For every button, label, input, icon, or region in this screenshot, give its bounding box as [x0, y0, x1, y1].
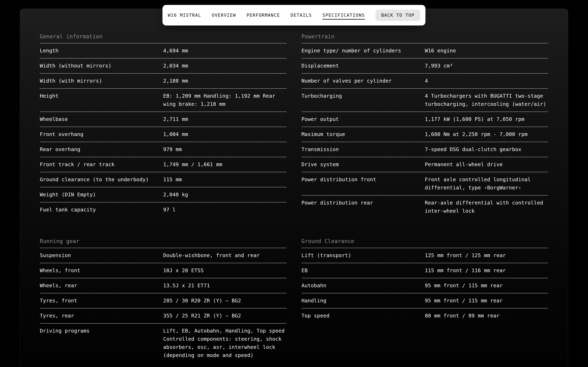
spec-row: Front track / rear track1,749 mm / 1,661… — [40, 157, 287, 172]
spec-label: Tyres, front — [40, 297, 163, 305]
spec-value: 355 / 25 R21 ZR (Y) – BG2 — [163, 312, 286, 320]
spec-row: Turbocharging4 Turbochargers with BUGATT… — [302, 88, 548, 111]
spec-row: Ground clearance (to the underbody)115 m… — [40, 172, 287, 187]
back-to-top-button[interactable]: BACK TO TOP — [375, 9, 420, 21]
spec-value: 1,600 Nm at 2,250 rpm - 7,000 rpm — [425, 130, 548, 138]
spec-label: Wheels, front — [40, 267, 163, 275]
section-title: Running gear — [40, 238, 287, 245]
spec-value: Front axle controlled longitudinal diffe… — [425, 175, 548, 192]
spec-label: Suspension — [40, 251, 163, 259]
spec-row: Fuel tank capacity97 l — [40, 202, 287, 217]
spec-row: Autobahn95 mm front / 115 mm rear — [302, 278, 548, 293]
nav-link-specifications[interactable]: SPECIFICATIONS — [322, 13, 365, 18]
spec-row: Top speed80 mm front / 89 mm rear — [302, 308, 548, 323]
spec-label: Wheelbase — [40, 115, 163, 123]
spec-label: Front track / rear track — [40, 160, 163, 169]
spec-row: Weight (DIN Empty)2,040 kg — [40, 187, 287, 202]
spec-value: 95 mm front / 115 mm rear — [425, 282, 548, 290]
spec-label: Maximum torque — [302, 130, 425, 138]
spec-value: 285 / 30 R20 ZR (Y) – BG2 — [163, 297, 286, 305]
spec-label: Top speed — [302, 312, 425, 320]
spec-label: Transmission — [302, 145, 425, 154]
spec-label: Power distribution rear — [302, 199, 425, 215]
spec-value: 979 mm — [163, 145, 286, 154]
spec-row: SuspensionDouble-wishbone, front and rea… — [40, 248, 287, 263]
spec-section-ground-clearance: Ground ClearanceLift (transport)125 mm f… — [302, 238, 548, 363]
spec-row: Lift (transport)125 mm front / 125 mm re… — [302, 248, 548, 263]
spec-label: Displacement — [302, 62, 425, 70]
spec-value: 1,177 kW (1,600 PS) at 7,050 rpm — [425, 115, 548, 123]
spec-label: Width (without mirrors) — [40, 62, 163, 70]
spec-section-general-information: General informationLength4,694 mmWidth (… — [40, 33, 287, 218]
spec-label: Driving programs — [40, 327, 163, 359]
nav-link-details[interactable]: DETAILS — [291, 13, 312, 18]
spec-value: 2,711 mm — [163, 115, 286, 123]
spec-row: HeightEB: 1,209 mm Handling: 1,192 mm Re… — [40, 88, 287, 111]
spec-value: 4 Turbochargers with BUGATTI two-stage t… — [425, 92, 548, 108]
spec-row: Length4,694 mm — [40, 43, 287, 58]
spec-row: Rear overhang979 mm — [40, 142, 287, 157]
spec-row: Power output1,177 kW (1,600 PS) at 7,050… — [302, 111, 548, 127]
spec-label: Engine type/ number of cylinders — [302, 47, 425, 55]
section-title: General information — [40, 33, 287, 40]
spec-label: Rear overhang — [40, 145, 163, 154]
spec-value: 80 mm front / 89 mm rear — [425, 312, 548, 320]
spec-row: Tyres, front285 / 30 R20 ZR (Y) – BG2 — [40, 293, 287, 308]
spec-row: Maximum torque1,600 Nm at 2,250 rpm - 7,… — [302, 127, 548, 142]
spec-value: Lift, EB, Autobahn, Handling, Top speed … — [163, 327, 286, 359]
spec-value: 125 mm front / 125 mm rear — [425, 251, 548, 259]
spec-row: EB115 mm front / 116 mm rear — [302, 263, 548, 278]
spec-value: W16 engine — [425, 47, 548, 55]
spec-label: Number of valves per cylinder — [302, 77, 425, 85]
spec-value: 115 mm front / 116 mm rear — [425, 267, 548, 275]
spec-value: 2,034 mm — [163, 62, 286, 70]
spec-row: Width (without mirrors)2,034 mm — [40, 58, 287, 73]
spec-value: 10J x 20 ET55 — [163, 267, 286, 275]
spec-row: Transmission7-speed DSG dual-clutch gear… — [302, 142, 548, 157]
spec-label: Height — [40, 92, 163, 108]
spec-value: Double-wishbone, front and rear — [163, 251, 286, 259]
spec-value: 1,004 mm — [163, 130, 286, 138]
spec-section-running-gear: Running gearSuspensionDouble-wishbone, f… — [40, 238, 287, 363]
spec-row: Handling95 mm front / 115 mm rear — [302, 293, 548, 308]
spec-label: Wheels, rear — [40, 282, 163, 290]
nav-link-performance[interactable]: PERFORMANCE — [247, 13, 280, 18]
spec-row: Power distribution rearRear-axle differe… — [302, 195, 548, 218]
spec-row: Drive systemPermanent all-wheel drive — [302, 157, 548, 172]
specifications-panel: General informationLength4,694 mmWidth (… — [20, 8, 568, 367]
spec-row: Width (with mirrors)2,188 mm — [40, 73, 287, 88]
spec-label: Length — [40, 47, 163, 55]
spec-label: Ground clearance (to the underbody) — [40, 175, 163, 184]
spec-label: Fuel tank capacity — [40, 206, 163, 214]
section-navbar: W16 MISTRAL OVERVIEWPERFORMANCEDETAILSSP… — [163, 5, 425, 25]
spec-row: Number of valves per cylinder4 — [302, 73, 548, 88]
nav-link-overview[interactable]: OVERVIEW — [212, 13, 236, 18]
section-title: Ground Clearance — [302, 238, 548, 245]
spec-row: Wheelbase2,711 mm — [40, 111, 287, 127]
spec-label: Turbocharging — [302, 92, 425, 108]
spec-label: Drive system — [302, 160, 425, 169]
spec-value: Rear-axle differential with controlled i… — [425, 199, 548, 215]
spec-row: Engine type/ number of cylindersW16 engi… — [302, 43, 548, 58]
spec-label: Lift (transport) — [302, 251, 425, 259]
spec-row: Wheels, front10J x 20 ET55 — [40, 263, 287, 278]
spec-value: Permanent all-wheel drive — [425, 160, 548, 169]
spec-value: 97 l — [163, 206, 286, 214]
sections-grid: General informationLength4,694 mmWidth (… — [40, 33, 548, 363]
spec-value: 2,040 kg — [163, 191, 286, 199]
spec-value: 1,749 mm / 1,661 mm — [163, 160, 286, 169]
spec-value: 7-speed DSG dual-clutch gearbox — [425, 145, 548, 154]
spec-value: 4 — [425, 77, 548, 85]
spec-label: Weight (DIN Empty) — [40, 191, 163, 199]
spec-value: 13.5J x 21 ET71 — [163, 282, 286, 290]
spec-row: Displacement7,993 cm³ — [302, 58, 548, 73]
spec-label: Front overhang — [40, 130, 163, 138]
spec-label: Power distribution front — [302, 175, 425, 192]
spec-value: 4,694 mm — [163, 47, 286, 55]
spec-row: Tyres, rear355 / 25 R21 ZR (Y) – BG2 — [40, 308, 287, 323]
spec-label: Power output — [302, 115, 425, 123]
spec-label: EB — [302, 267, 425, 275]
spec-value: 95 mm front / 115 mm rear — [425, 297, 548, 305]
nav-brand[interactable]: W16 MISTRAL — [168, 13, 201, 18]
spec-label: Autobahn — [302, 282, 425, 290]
